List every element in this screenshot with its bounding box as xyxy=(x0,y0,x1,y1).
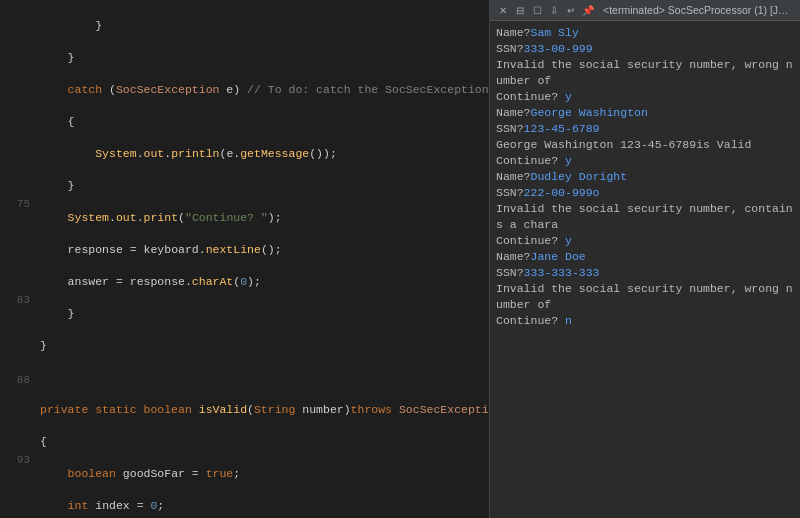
console-panel: ✕ ⊟ ☐ ⇩ ↵ 📌 <terminated> SocSecProcessor… xyxy=(490,0,800,518)
word-wrap-icon[interactable]: ↵ xyxy=(564,3,578,17)
console-output: Name?Sam Sly SSN?333-00-999 Invalid the … xyxy=(490,21,800,518)
console-line: Invalid the social security number, wron… xyxy=(496,57,794,89)
console-line: Name?George Washington xyxy=(496,105,794,121)
clear-icon[interactable]: ☐ xyxy=(530,3,544,17)
console-line: SSN?333-00-999 xyxy=(496,41,794,57)
console-line: Continue? y xyxy=(496,153,794,169)
code-editor: 75 83 88 93 xyxy=(0,0,490,518)
console-titlebar: ✕ ⊟ ☐ ⇩ ↵ 📌 <terminated> SocSecProcessor… xyxy=(490,0,800,21)
console-line: Continue? y xyxy=(496,89,794,105)
console-line: Invalid the social security number, cont… xyxy=(496,201,794,233)
console-line: George Washington 123-45-6789is Valid xyxy=(496,137,794,153)
console-line: SSN?123-45-6789 xyxy=(496,121,794,137)
console-title: <terminated> SocSecProcessor (1) [Java A… xyxy=(603,4,794,16)
remove-icon[interactable]: ⊟ xyxy=(513,3,527,17)
console-line: SSN?222-00-999o xyxy=(496,185,794,201)
scroll-lock-icon[interactable]: ⇩ xyxy=(547,3,561,17)
console-line: Continue? n xyxy=(496,313,794,329)
console-line: Continue? y xyxy=(496,233,794,249)
console-line: SSN?333-333-333 xyxy=(496,265,794,281)
console-line: Invalid the social security number, wron… xyxy=(496,281,794,313)
terminate-icon[interactable]: ✕ xyxy=(496,3,510,17)
console-line: Name?Sam Sly xyxy=(496,25,794,41)
console-line: Name?Dudley Doright xyxy=(496,169,794,185)
code-lines: } } catch (SocSecException e) // To do: … xyxy=(36,0,489,518)
line-numbers: 75 83 88 93 xyxy=(0,0,36,518)
toolbar-icons: ✕ ⊟ ☐ ⇩ ↵ 📌 xyxy=(496,3,595,17)
console-line: Name?Jane Doe xyxy=(496,249,794,265)
pin-icon[interactable]: 📌 xyxy=(581,3,595,17)
